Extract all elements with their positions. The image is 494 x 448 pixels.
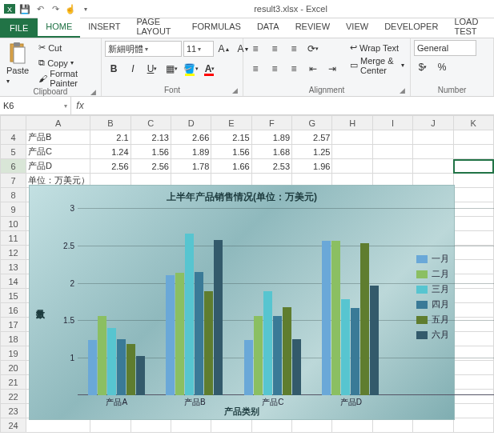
cell[interactable] — [453, 404, 493, 418]
cell[interactable] — [413, 159, 453, 174]
qat-customize-icon[interactable]: ▾ — [79, 2, 92, 15]
fill-color-button[interactable]: 🪣▾ — [182, 60, 199, 78]
cell[interactable] — [26, 418, 90, 433]
cell[interactable]: 1.56 — [131, 145, 171, 159]
border-button[interactable]: ▦▾ — [163, 60, 180, 78]
cell[interactable]: 2.1 — [90, 130, 131, 145]
cell[interactable] — [413, 145, 453, 159]
cell[interactable]: 1.68 — [251, 145, 291, 159]
cell[interactable]: 产品C — [26, 145, 90, 159]
cell[interactable] — [332, 130, 372, 145]
cell[interactable] — [90, 418, 131, 433]
tab-page-layout[interactable]: PAGE LAYOUT — [128, 17, 183, 36]
fx-icon[interactable]: fx — [71, 97, 89, 114]
row-header-15[interactable]: 15 — [1, 289, 26, 303]
col-header-B[interactable]: B — [90, 116, 131, 130]
cell[interactable] — [413, 418, 453, 433]
col-header-D[interactable]: D — [171, 116, 211, 130]
col-header-E[interactable]: E — [211, 116, 251, 130]
cell[interactable] — [131, 418, 171, 433]
row-header-5[interactable]: 5 — [1, 145, 26, 159]
increase-font-icon[interactable]: A▲ — [215, 40, 233, 58]
italic-button[interactable]: I — [124, 60, 142, 78]
row-header-14[interactable]: 14 — [1, 274, 26, 289]
cell[interactable] — [453, 174, 493, 188]
tab-formulas[interactable]: FORMULAS — [184, 17, 249, 36]
align-middle-icon[interactable]: ≡ — [266, 40, 283, 58]
cell[interactable]: 1.66 — [211, 159, 251, 174]
cell[interactable]: 1.24 — [90, 145, 131, 159]
cell[interactable]: 2.15 — [211, 130, 251, 145]
cell[interactable]: 2.56 — [131, 159, 171, 174]
cell[interactable]: 1.78 — [171, 159, 211, 174]
row-header-10[interactable]: 10 — [1, 217, 26, 231]
col-header-C[interactable]: C — [131, 116, 171, 130]
row-header-11[interactable]: 11 — [1, 231, 26, 246]
cell[interactable] — [453, 130, 493, 145]
row-header-17[interactable]: 17 — [1, 318, 26, 332]
row-header-9[interactable]: 9 — [1, 202, 26, 217]
cell[interactable]: 2.66 — [171, 130, 211, 145]
tab-data[interactable]: DATA — [249, 17, 287, 36]
col-header-J[interactable]: J — [413, 116, 453, 130]
cell[interactable] — [292, 418, 332, 433]
cell[interactable]: 2.13 — [131, 130, 171, 145]
col-header-A[interactable]: A — [26, 116, 90, 130]
cell[interactable]: 1.25 — [292, 145, 332, 159]
cell[interactable]: 1.89 — [171, 145, 211, 159]
cell[interactable]: 1.89 — [251, 130, 291, 145]
cell[interactable] — [372, 145, 412, 159]
col-header-K[interactable]: K — [453, 116, 493, 130]
font-name-select[interactable]: 新細明體▾ — [105, 41, 182, 57]
font-launcher-icon[interactable]: ◢ — [232, 85, 238, 96]
redo-icon[interactable]: ↷ — [49, 2, 62, 15]
tab-file[interactable]: FILE — [0, 18, 38, 38]
format-painter-button[interactable]: 🖌Format Painter — [36, 70, 98, 86]
percent-format-icon[interactable]: % — [433, 58, 451, 76]
row-header-7[interactable]: 7 — [1, 174, 26, 188]
undo-icon[interactable]: ↶ — [34, 2, 46, 15]
cell[interactable]: 产品D — [26, 159, 90, 174]
row-header-21[interactable]: 21 — [1, 375, 26, 390]
underline-button[interactable]: U▾ — [143, 60, 161, 78]
row-header-6[interactable]: 6 — [1, 159, 26, 174]
cell[interactable]: 1.56 — [211, 145, 251, 159]
align-bottom-icon[interactable]: ≡ — [285, 40, 303, 58]
align-top-icon[interactable]: ≡ — [247, 40, 264, 58]
font-size-select[interactable]: 11▾ — [183, 41, 214, 57]
select-all-cell[interactable] — [1, 116, 26, 130]
cell[interactable] — [372, 159, 412, 174]
row-header-20[interactable]: 20 — [1, 361, 26, 375]
cell[interactable] — [413, 130, 453, 145]
row-header-18[interactable]: 18 — [1, 332, 26, 346]
orientation-icon[interactable]: ⟳▾ — [304, 40, 322, 58]
cell[interactable]: 2.53 — [251, 159, 291, 174]
tab-load-test[interactable]: LOAD TEST — [446, 17, 494, 36]
row-header-19[interactable]: 19 — [1, 346, 26, 361]
row-header-4[interactable]: 4 — [1, 130, 26, 145]
tab-view[interactable]: VIEW — [338, 17, 376, 36]
cell[interactable] — [332, 145, 372, 159]
merge-center-button[interactable]: ▭Merge & Center ▾ — [347, 58, 407, 73]
save-icon[interactable]: 💾 — [18, 2, 31, 15]
spreadsheet-area[interactable]: ABCDEFGHIJK 4产品B2.12.132.662.151.892.575… — [0, 115, 494, 448]
decrease-indent-icon[interactable]: ⇤ — [304, 60, 322, 78]
clipboard-launcher-icon[interactable]: ◢ — [90, 86, 96, 98]
align-left-icon[interactable]: ≡ — [247, 60, 264, 78]
tab-home[interactable]: HOME — [38, 17, 80, 38]
cell[interactable]: 产品B — [26, 130, 90, 145]
col-header-I[interactable]: I — [372, 116, 412, 130]
cell[interactable]: 2.56 — [90, 159, 131, 174]
cell[interactable] — [453, 418, 493, 433]
name-box[interactable]: K6▾ — [0, 97, 71, 114]
cell[interactable] — [211, 418, 251, 433]
tab-review[interactable]: REVIEW — [287, 17, 338, 36]
row-header-13[interactable]: 13 — [1, 260, 26, 274]
cell[interactable] — [171, 418, 211, 433]
paste-button[interactable]: Paste ▾ — [3, 40, 33, 86]
col-header-H[interactable]: H — [332, 116, 372, 130]
tab-developer[interactable]: DEVELOPER — [376, 17, 446, 36]
touch-mode-icon[interactable]: ☝ — [64, 2, 77, 15]
row-header-22[interactable]: 22 — [1, 390, 26, 404]
cell[interactable] — [453, 145, 493, 159]
